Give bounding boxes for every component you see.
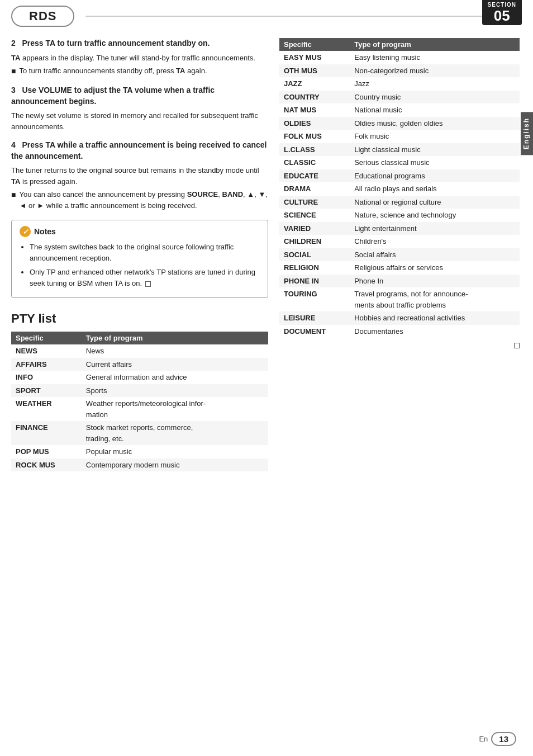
specific: EDUCATE <box>279 169 350 183</box>
table-row: CLASSICSerious classical music <box>279 156 520 169</box>
step2-body: TA appears in the display. The tuner wil… <box>11 53 268 78</box>
type: Country music <box>350 91 520 104</box>
table-row: L.CLASSLight classical music <box>279 143 520 157</box>
specific: CLASSIC <box>279 156 350 169</box>
small-square-icon <box>145 281 151 287</box>
specific: COUNTRY <box>279 91 350 104</box>
table-row: TOURINGTravel programs, not for announce… <box>279 287 520 311</box>
type: Sports <box>82 384 268 398</box>
note-item-1: The system switches back to the original… <box>30 242 260 263</box>
step2-bullet: To turn traffic announcements standby of… <box>19 65 207 77</box>
step4-bullet: You can also cancel the announcement by … <box>19 189 268 211</box>
type: Light entertainment <box>350 222 520 235</box>
table-row: SPORTSports <box>11 384 268 398</box>
bullet-symbol2: ■ <box>11 189 16 201</box>
specific: L.CLASS <box>279 143 350 157</box>
specific: SPORT <box>11 384 82 398</box>
page-number: 13 <box>491 732 516 746</box>
table-row: OTH MUSNon-categorized music <box>279 64 520 78</box>
table-row: EDUCATEEducational programs <box>279 169 520 183</box>
notes-list: The system switches back to the original… <box>20 242 260 289</box>
table-row: SOCIALSocial affairs <box>279 248 520 262</box>
specific: INFO <box>11 371 82 384</box>
page-header: RDS Section 05 <box>0 0 533 27</box>
type: Weather reports/meteorological infor-mat… <box>82 397 268 421</box>
table-row: AFFAIRSCurrent affairs <box>11 358 268 371</box>
specific: OTH MUS <box>279 64 350 78</box>
type: Children's <box>350 235 520 248</box>
type: Social affairs <box>350 248 520 262</box>
pty-list-heading: PTY list <box>11 311 268 326</box>
table-row: DRAMAAll radio plays and serials <box>279 182 520 196</box>
specific: CULTURE <box>279 196 350 209</box>
step2-heading: 2 Press TA to turn traffic announcement … <box>11 38 268 49</box>
pty-table1-header-specific: Specific <box>11 332 82 344</box>
page-footer: En 13 <box>479 732 516 746</box>
notes-box: ✓ Notes The system switches back to the … <box>11 220 268 298</box>
table-row: FINANCEStock market reports, commerce,tr… <box>11 421 268 445</box>
type: Contemporary modern music <box>82 459 268 472</box>
type: All radio plays and serials <box>350 182 520 196</box>
pty-table-2: Specific Type of program EASY MUSEasy li… <box>279 38 520 338</box>
type: Religious affairs or services <box>350 261 520 275</box>
table-row: OLDIESOldies music, golden oldies <box>279 117 520 130</box>
table-row: VARIEDLight entertainment <box>279 222 520 235</box>
table-row: POP MUSPopular music <box>11 445 268 459</box>
type: Educational programs <box>350 169 520 183</box>
specific: NEWS <box>11 344 82 358</box>
table-row: NAT MUSNational music <box>279 103 520 117</box>
table-row: PHONE INPhone In <box>279 275 520 288</box>
specific: WEATHER <box>11 397 82 421</box>
type: Popular music <box>82 445 268 459</box>
table-row: CHILDRENChildren's <box>279 235 520 248</box>
type: Serious classical music <box>350 156 520 169</box>
note-item-2: Only TP and enhanced other network's TP … <box>30 267 260 289</box>
specific: CHILDREN <box>279 235 350 248</box>
specific: DRAMA <box>279 182 350 196</box>
type: News <box>82 344 268 358</box>
type: Stock market reports, commerce,trading, … <box>82 421 268 445</box>
specific: FOLK MUS <box>279 130 350 143</box>
type: Nature, science and technology <box>350 209 520 222</box>
specific: JAZZ <box>279 77 350 91</box>
language-sidebar: English <box>521 112 533 155</box>
specific: EASY MUS <box>279 51 350 64</box>
specific: PHONE IN <box>279 275 350 288</box>
specific: DOCUMENT <box>279 325 350 338</box>
table-row: EASY MUSEasy listening music <box>279 51 520 64</box>
type: Easy listening music <box>350 51 520 64</box>
table-row: JAZZJazz <box>279 77 520 91</box>
table-row: RELIGIONReligious affairs or services <box>279 261 520 275</box>
type: Documentaries <box>350 325 520 338</box>
table-row: COUNTRYCountry music <box>279 91 520 104</box>
specific: SCIENCE <box>279 209 350 222</box>
specific: OLDIES <box>279 117 350 130</box>
type: Jazz <box>350 77 520 91</box>
notes-title: ✓ Notes <box>20 226 260 237</box>
notes-icon: ✓ <box>20 226 31 237</box>
step3-heading: 3 Use VOLUME to adjust the TA volume whe… <box>11 85 268 107</box>
table-row: INFOGeneral information and advice <box>11 371 268 384</box>
table-continued-indicator <box>279 341 520 349</box>
specific: ROCK MUS <box>11 459 82 472</box>
step3-body: The newly set volume is stored in memory… <box>11 110 268 132</box>
step4-body: The tuner returns to the original source… <box>11 165 268 211</box>
notes-heading: Notes <box>34 227 56 236</box>
type: General information and advice <box>82 371 268 384</box>
continued-icon <box>514 343 520 348</box>
specific: LEISURE <box>279 311 350 325</box>
table-row: WEATHERWeather reports/meteorological in… <box>11 397 268 421</box>
type: Folk music <box>350 130 520 143</box>
type: Travel programs, not for announce-ments … <box>350 287 520 311</box>
table-row: CULTURENational or regional culture <box>279 196 520 209</box>
left-column: 2 Press TA to turn traffic announcement … <box>11 38 268 471</box>
specific: TOURING <box>279 287 350 311</box>
section-badge: Section 05 <box>482 0 522 25</box>
header-divider <box>85 16 522 17</box>
type: Phone In <box>350 275 520 288</box>
bullet-symbol: ■ <box>11 65 16 77</box>
table-row: FOLK MUSFolk music <box>279 130 520 143</box>
type: National music <box>350 103 520 117</box>
specific: POP MUS <box>11 445 82 459</box>
type: Oldies music, golden oldies <box>350 117 520 130</box>
